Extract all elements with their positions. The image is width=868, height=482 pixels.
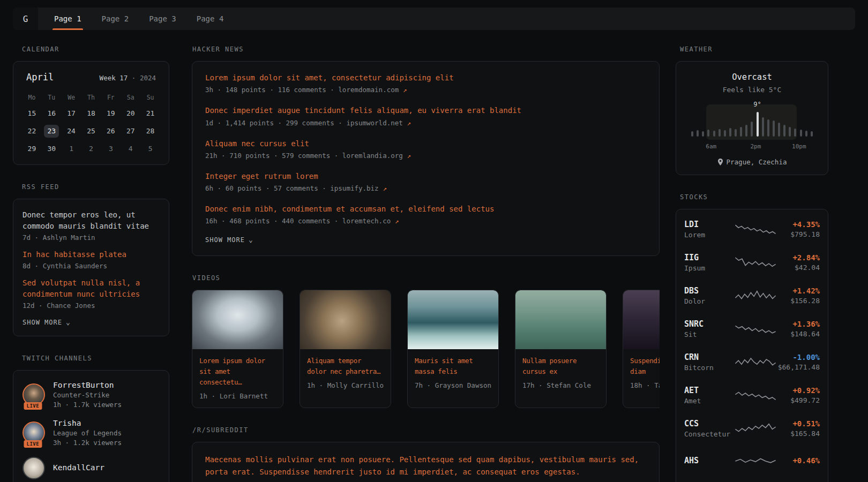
calendar-day-cell: 3 <box>101 142 121 156</box>
video-title[interactable]: Lorem ipsum dolor sit amet consectetu… <box>199 356 276 388</box>
stock-row[interactable]: AHS +0.46% <box>676 445 828 477</box>
calendar-day: 2 <box>84 142 99 155</box>
stock-change: +0.46% <box>777 456 820 465</box>
stock-row[interactable]: CRN Bitcorn -1.00% $66,171.48 <box>676 345 828 379</box>
video-card[interactable]: Suspendisse diam 18h · Tara <box>623 290 660 408</box>
external-link-icon[interactable]: ↗ <box>407 152 411 160</box>
video-thumbnail[interactable] <box>300 290 391 349</box>
external-link-icon[interactable]: ↗ <box>403 86 407 94</box>
stock-change: +1.36% <box>777 320 820 328</box>
weather-bar <box>745 125 747 137</box>
stock-price: $66,171.48 <box>777 363 820 371</box>
twitch-channel-name[interactable]: KendallCarr <box>53 463 104 472</box>
video-meta: 18h · Tara <box>630 381 660 389</box>
external-link-icon[interactable]: ↗ <box>395 217 399 225</box>
rss-item-title[interactable]: In hac habitasse platea <box>23 249 160 260</box>
video-title[interactable]: Nullam posuere cursus ex <box>522 356 599 377</box>
stock-change: -1.00% <box>777 353 820 362</box>
stock-row[interactable]: LDI Lorem +4.35% $795.18 <box>676 213 828 246</box>
rss-item[interactable]: In hac habitasse platea 8d · Cynthia Sau… <box>23 249 160 270</box>
weather-feels-like: Feels like 5°C <box>685 86 819 94</box>
stocks-widget: LDI Lorem +4.35% $795.18 IIG Ipsum <box>676 209 828 482</box>
video-card[interactable]: Nullam posuere cursus ex 17h · Stefan Co… <box>515 290 607 408</box>
rss-show-more-button[interactable]: SHOW MORE ⌄ <box>23 319 160 326</box>
video-title[interactable]: Suspendisse diam <box>630 356 660 377</box>
stock-name: Dolor <box>684 297 734 305</box>
page-tab[interactable]: Page 1 <box>44 7 92 30</box>
calendar-day: 15 <box>24 107 39 120</box>
page-tab[interactable]: Page 4 <box>186 7 234 30</box>
weather-bar <box>697 130 699 137</box>
video-thumbnail[interactable] <box>515 290 606 349</box>
rss-item[interactable]: Donec tempor eros leo, ut commodo mauris… <box>23 209 160 242</box>
stock-price: $165.84 <box>777 430 820 438</box>
calendar-section-title: CALENDAR <box>22 46 169 53</box>
stock-row[interactable]: AET Amet +0.92% $499.72 <box>676 379 828 412</box>
stock-row[interactable]: SNRC Sit +1.36% $148.64 <box>676 312 828 345</box>
twitch-channel[interactable]: LIVE ForrestBurton Counter-Strike 1h · 1… <box>23 381 160 409</box>
twitch-channel-name[interactable]: ForrestBurton <box>53 381 122 389</box>
rss-item-title[interactable]: Sed volutpat nulla nisl, a condimentum n… <box>23 277 160 300</box>
twitch-avatar-wrap <box>23 457 45 479</box>
calendar-day: 27 <box>123 125 138 138</box>
hackernews-item-title[interactable]: Integer eget rutrum lorem <box>205 171 646 182</box>
stock-row[interactable]: DBS Dolor +1.42% $156.28 <box>676 279 828 312</box>
stock-symbol: LDI <box>684 220 734 229</box>
twitch-channel[interactable]: KendallCarr <box>23 457 160 479</box>
weather-bar <box>773 120 775 137</box>
video-card[interactable]: Lorem ipsum dolor sit amet consectetu… 1… <box>192 290 283 408</box>
video-info: Aliquam tempor dolor nec pharetra… 1h · … <box>300 349 391 397</box>
stock-row[interactable]: CCS Consectetur +0.51% $165.84 <box>676 412 828 445</box>
hackernews-item-title[interactable]: Donec imperdiet augue tincidunt felis al… <box>205 105 646 116</box>
page-tabs: Page 1Page 2Page 3Page 4 <box>44 7 234 30</box>
twitch-channel-info: KendallCarr <box>53 463 104 473</box>
weather-bar <box>707 130 709 137</box>
external-link-icon[interactable]: ↗ <box>407 119 411 127</box>
external-link-icon[interactable]: ↗ <box>383 184 387 192</box>
weather-bar <box>811 131 813 137</box>
video-thumbnail[interactable] <box>623 290 660 349</box>
subreddit-section-title: /R/SUBREDDIT <box>192 426 660 434</box>
video-info: Suspendisse diam 18h · Tara <box>623 349 660 397</box>
stock-price: $795.18 <box>777 230 820 238</box>
video-thumbnail[interactable] <box>408 290 498 349</box>
subreddit-post-title[interactable]: Maecenas mollis pulvinar erat non posuer… <box>205 454 646 478</box>
hackernews-item-title[interactable]: Lorem ipsum dolor sit amet, consectetur … <box>205 72 646 83</box>
calendar-day: 26 <box>103 125 118 138</box>
video-title[interactable]: Aliquam tempor dolor nec pharetra… <box>307 356 384 377</box>
calendar-day: 29 <box>24 142 39 155</box>
hackernews-item: Donec enim nibh, condimentum et accumsan… <box>205 204 646 225</box>
calendar-day-cell: 23 <box>42 124 62 138</box>
video-thumbnail[interactable] <box>192 290 283 349</box>
calendar-day-cell: 15 <box>22 107 42 120</box>
twitch-channel-game: Counter-Strike <box>53 391 122 399</box>
weather-bar <box>691 131 693 137</box>
stock-symbol: SNRC <box>684 319 734 329</box>
calendar-year: 2024 <box>140 74 156 82</box>
stock-row[interactable]: IIG Ipsum +2.84% $42.04 <box>676 246 828 279</box>
hackernews-show-more-button[interactable]: SHOW MORE ⌄ <box>205 236 646 244</box>
hackernews-item-meta: 6h · 60 points · 57 comments · ipsumify.… <box>205 184 646 192</box>
video-card[interactable]: Mauris sit amet massa felis 7h · Grayson… <box>407 290 499 408</box>
calendar-day: 3 <box>103 142 118 155</box>
video-card[interactable]: Aliquam tempor dolor nec pharetra… 1h · … <box>300 290 391 408</box>
page-tab[interactable]: Page 2 <box>92 7 139 30</box>
weather-bar <box>719 129 721 137</box>
stock-sparkline <box>734 386 777 404</box>
hackernews-list: Lorem ipsum dolor sit amet, consectetur … <box>205 72 646 225</box>
calendar-day: 28 <box>143 125 158 138</box>
calendar-day: 18 <box>84 107 99 120</box>
subreddit-widget: Maecenas mollis pulvinar erat non posuer… <box>192 442 660 482</box>
video-title[interactable]: Mauris sit amet massa felis <box>415 356 491 377</box>
hackernews-item-title[interactable]: Aliquam nec cursus elit <box>205 138 646 149</box>
rss-item[interactable]: Sed volutpat nulla nisl, a condimentum n… <box>23 277 160 310</box>
rss-item-title[interactable]: Donec tempor eros leo, ut commodo mauris… <box>23 209 160 232</box>
weather-bar: 9° <box>757 112 759 137</box>
video-info: Lorem ipsum dolor sit amet consectetu… 1… <box>192 349 283 408</box>
twitch-channel[interactable]: LIVE Trisha League of Legends 3h · 1.2k … <box>23 419 160 447</box>
hackernews-item-title[interactable]: Donec enim nibh, condimentum et accumsan… <box>205 204 646 214</box>
weather-bar <box>805 131 807 137</box>
twitch-channel-name[interactable]: Trisha <box>53 419 122 427</box>
middle-column: HACKER NEWS Lorem ipsum dolor sit amet, … <box>192 30 660 482</box>
page-tab[interactable]: Page 3 <box>139 7 186 30</box>
